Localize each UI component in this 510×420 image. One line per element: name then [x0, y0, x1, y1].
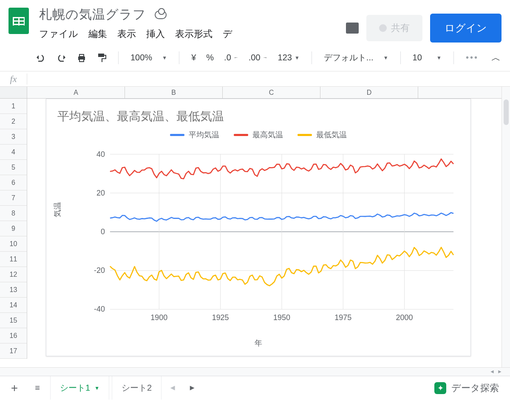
menu-file[interactable]: ファイル	[39, 28, 78, 40]
explore-button[interactable]: ✦ データ探索	[434, 382, 506, 394]
row-header[interactable]: 4	[0, 145, 27, 160]
row-header[interactable]: 6	[0, 175, 27, 190]
legend-label: 平均気温	[189, 130, 219, 140]
increase-decimal-button[interactable]: .00→	[244, 51, 272, 64]
row-header[interactable]: 17	[0, 343, 27, 359]
scroll-right-icon[interactable]: ►	[497, 369, 502, 375]
row-header[interactable]: 15	[0, 313, 27, 328]
sheet-tab-2[interactable]: シート2	[112, 376, 162, 400]
login-button[interactable]: ログイン	[430, 14, 502, 43]
svg-rect-3	[98, 54, 104, 57]
sheets-logo[interactable]	[8, 8, 29, 34]
numfmt-label: 123	[278, 53, 292, 62]
row-header[interactable]: 13	[0, 282, 27, 298]
row-header[interactable]: 9	[0, 221, 27, 236]
chevron-down-icon: ▼	[383, 55, 388, 61]
cloud-saved-icon	[155, 11, 167, 19]
vertical-scrollbar-thumb[interactable]	[504, 99, 509, 125]
legend-label: 最低気温	[316, 130, 347, 140]
menu-format[interactable]: 表示形式	[175, 28, 212, 40]
row-header[interactable]: 14	[0, 298, 27, 313]
font-size-value: 10	[413, 53, 422, 62]
more-toolbar-button[interactable]: •••	[462, 51, 483, 64]
col-header[interactable]: C	[223, 87, 320, 98]
tab-scroll-right[interactable]: ►	[184, 383, 201, 392]
font-size-select[interactable]: 10 ▼	[408, 51, 446, 64]
legend-swatch	[170, 134, 184, 136]
font-family-select[interactable]: デフォルト... ▼	[320, 50, 393, 65]
comments-icon[interactable]	[346, 23, 359, 34]
menu-insert[interactable]: 挿入	[146, 28, 165, 40]
svg-text:1950: 1950	[273, 313, 290, 322]
row-header[interactable]: 10	[0, 236, 27, 252]
col-header[interactable]: D	[320, 87, 418, 98]
paint-format-button[interactable]	[93, 51, 110, 65]
decrease-decimal-button[interactable]: .0←	[220, 51, 243, 64]
document-title[interactable]: 札幌の気温グラフ	[39, 6, 146, 23]
menu-edit[interactable]: 編集	[88, 28, 107, 40]
share-button[interactable]: 共有	[366, 15, 422, 41]
horizontal-scrollbar[interactable]: ◄ ►	[0, 367, 510, 376]
menu-view[interactable]: 表示	[117, 28, 136, 40]
col-header[interactable]: B	[125, 87, 223, 98]
legend-label: 最高気温	[252, 130, 283, 140]
row-header[interactable]: 7	[0, 190, 27, 206]
svg-text:-40: -40	[94, 305, 105, 314]
svg-text:-20: -20	[94, 266, 105, 275]
svg-text:1925: 1925	[212, 313, 229, 322]
chevron-down-icon: ▼	[94, 385, 99, 391]
row-header[interactable]: 12	[0, 267, 27, 282]
row-header[interactable]: 16	[0, 328, 27, 343]
person-icon	[379, 24, 387, 32]
sheet-tab-label: シート2	[122, 382, 152, 394]
select-all-corner[interactable]	[0, 87, 27, 98]
collapse-toolbar-button[interactable]: ︿	[491, 51, 501, 64]
format-percent-button[interactable]: %	[202, 51, 218, 64]
row-header[interactable]: 11	[0, 252, 27, 267]
add-sheet-button[interactable]: +	[4, 381, 25, 395]
sheet-grid[interactable]: A B C D 1234567891011121314151617 平均気温、最…	[0, 87, 510, 367]
number-format-select[interactable]: 123▼	[274, 51, 304, 64]
sheet-tab-1[interactable]: シート1 ▼	[50, 376, 109, 400]
undo-button[interactable]	[31, 52, 50, 64]
svg-text:1975: 1975	[334, 313, 351, 322]
format-currency-button[interactable]: ¥	[187, 51, 200, 64]
share-label: 共有	[391, 22, 410, 34]
zoom-select[interactable]: 100% ▼	[126, 51, 171, 64]
fx-icon: fx	[0, 74, 27, 85]
row-header[interactable]: 8	[0, 206, 27, 221]
svg-rect-1	[79, 54, 84, 57]
tab-scroll-left[interactable]: ◄	[164, 383, 181, 392]
scroll-left-icon[interactable]: ◄	[490, 369, 495, 375]
x-axis-label: 年	[46, 338, 470, 348]
all-sheets-button[interactable]: ≡	[27, 383, 48, 393]
chart-legend: 平均気温 最高気温 最低気温	[46, 127, 470, 142]
menu-data[interactable]: デ	[223, 28, 232, 40]
svg-text:0: 0	[101, 227, 105, 236]
svg-text:1900: 1900	[150, 313, 167, 322]
menu-bar: ファイル 編集 表示 挿入 表示形式 デ	[39, 28, 346, 40]
dec-dec-label: .0	[224, 53, 231, 62]
explore-icon: ✦	[434, 382, 446, 394]
y-axis-label: 気温	[52, 202, 62, 217]
svg-rect-2	[79, 59, 84, 62]
embedded-chart[interactable]: 平均気温、最高気温、最低気温 平均気温 最高気温 最低気温 気温 年 -40-2…	[46, 99, 471, 356]
chevron-down-icon: ▼	[295, 55, 300, 61]
zoom-value: 100%	[130, 53, 152, 62]
svg-text:40: 40	[96, 150, 105, 159]
legend-swatch	[234, 134, 248, 136]
font-label: デフォルト...	[324, 52, 374, 63]
svg-text:2000: 2000	[396, 313, 413, 322]
row-header[interactable]: 1	[0, 99, 27, 114]
chevron-down-icon: ▼	[162, 55, 167, 61]
row-header[interactable]: 3	[0, 129, 27, 145]
redo-button[interactable]	[52, 52, 71, 64]
chart-title: 平均気温、最高気温、最低気温	[46, 99, 470, 127]
legend-swatch	[298, 134, 312, 136]
print-button[interactable]	[72, 51, 91, 64]
col-header[interactable]: A	[27, 87, 125, 98]
toolbar: 100% ▼ ¥ % .0← .00→ 123▼ デフォルト... ▼ 10 ▼…	[0, 43, 510, 71]
row-header[interactable]: 2	[0, 114, 27, 129]
chevron-down-icon: ▼	[436, 55, 442, 61]
row-header[interactable]: 5	[0, 160, 27, 175]
